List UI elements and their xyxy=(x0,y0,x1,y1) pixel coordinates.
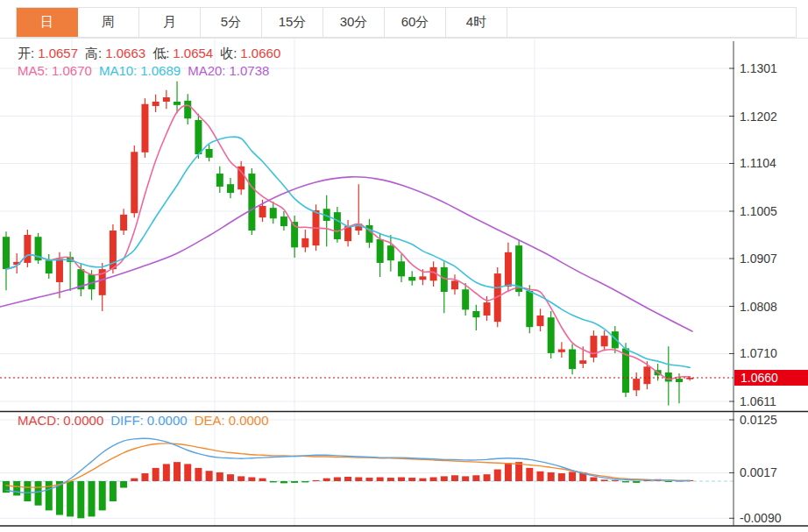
value: 0.0000 xyxy=(147,413,188,428)
label: MA5: xyxy=(18,63,48,78)
ma20-line xyxy=(0,177,692,331)
price-axis-label: 1.1301 xyxy=(740,61,777,75)
value: 1.0663 xyxy=(105,46,145,60)
label: DEA: xyxy=(195,413,225,428)
candle-body xyxy=(152,102,159,106)
candle-body xyxy=(462,289,469,309)
timeframe-tabs: 日周月5分15分30分60分4时 xyxy=(16,7,797,38)
value: 1.0738 xyxy=(230,63,270,78)
macd-bar xyxy=(334,478,341,481)
macd-axis-label: 0.0017 xyxy=(740,465,777,479)
tab-h4[interactable]: 4时 xyxy=(446,8,507,37)
macd-bar xyxy=(387,478,394,481)
macd-bar xyxy=(548,472,555,481)
macd-bar xyxy=(451,475,458,481)
macd-bar xyxy=(237,476,245,481)
ohlc-readout: 开:1.0657高:1.0663低:1.0654收:1.0660 xyxy=(18,46,287,62)
candle-body xyxy=(163,97,170,102)
macd-bar xyxy=(216,472,223,481)
candle-body xyxy=(259,206,266,217)
macd-bar xyxy=(120,481,127,488)
value: 1.0660 xyxy=(240,46,280,60)
candle-body xyxy=(484,302,491,316)
price-axis-label: 1.0907 xyxy=(740,252,777,266)
candle-body xyxy=(280,216,287,226)
macd-bar xyxy=(184,464,191,481)
macd-bar xyxy=(280,481,287,483)
macd-bar xyxy=(313,480,320,481)
macd-bar xyxy=(163,464,170,481)
macd-bar xyxy=(377,478,384,481)
macd-bar xyxy=(323,479,330,481)
macd-bar xyxy=(622,481,629,482)
macd-axis-label: -0.0090 xyxy=(740,511,781,525)
tab-m5[interactable]: 5分 xyxy=(201,8,262,37)
tab-day[interactable]: 日 xyxy=(17,8,78,37)
tab-m60[interactable]: 60分 xyxy=(385,8,446,37)
macd-bar xyxy=(665,481,672,482)
macd-bar xyxy=(259,479,266,481)
diff-line xyxy=(6,438,690,493)
tab-m30[interactable]: 30分 xyxy=(323,8,385,37)
candle-body xyxy=(56,259,63,282)
candle-body xyxy=(195,120,202,154)
ma-ma5: MA5:1.0670 xyxy=(18,63,96,78)
last-price-badge: 1.0660 xyxy=(734,370,808,386)
candle-body xyxy=(676,379,683,382)
candle-body xyxy=(472,311,479,317)
macd-diff: DIFF:0.0000 xyxy=(110,413,190,428)
macd-bar xyxy=(99,481,106,510)
candle-body xyxy=(548,317,555,353)
candle-body xyxy=(601,336,608,346)
tab-month[interactable]: 月 xyxy=(139,8,201,37)
macd-bar xyxy=(89,481,96,516)
label: DIFF: xyxy=(110,413,144,428)
macd-bar xyxy=(526,468,533,481)
candle-body xyxy=(120,215,127,231)
label: MACD: xyxy=(18,413,60,428)
candle-body xyxy=(387,245,394,260)
chart-canvas[interactable] xyxy=(0,0,808,532)
candle-body xyxy=(174,102,181,105)
macd-bar xyxy=(398,478,405,481)
ohlc-close: 收:1.0660 xyxy=(220,46,284,62)
value: 0.0000 xyxy=(63,413,103,428)
candle-body xyxy=(131,152,138,213)
price-axis-label: 1.0808 xyxy=(740,300,777,314)
price-axis-label: 1.1005 xyxy=(740,204,777,218)
macd-bar xyxy=(419,479,426,481)
macd-bar xyxy=(590,478,597,481)
macd-bar xyxy=(110,481,117,501)
candle-body xyxy=(686,378,693,379)
candle-body xyxy=(216,174,223,187)
candle-body xyxy=(46,260,53,273)
candle-body xyxy=(141,104,148,153)
macd-bar xyxy=(494,470,501,481)
candle-body xyxy=(227,184,234,193)
candle-body xyxy=(206,149,213,158)
macd-bar xyxy=(558,473,565,481)
tab-week[interactable]: 周 xyxy=(78,8,139,37)
candle-body xyxy=(334,212,341,239)
macd-bar xyxy=(77,481,84,518)
macd-bar xyxy=(270,481,277,482)
ma-ma10: MA10:1.0689 xyxy=(99,63,184,78)
macd-bar xyxy=(505,463,512,481)
macd-bar xyxy=(430,478,437,481)
candle-body xyxy=(24,235,31,263)
candle-body xyxy=(451,280,458,289)
macd-bar xyxy=(633,481,640,483)
label: 收: xyxy=(220,46,237,60)
tabbar-filler xyxy=(507,8,796,37)
ma-readout: MA5:1.0670MA10:1.0689MA20:1.0738 xyxy=(18,63,276,78)
ohlc-open: 开:1.0657 xyxy=(18,46,82,62)
value: 1.0670 xyxy=(52,63,92,78)
candle-body xyxy=(612,331,619,348)
candle-body xyxy=(505,252,512,287)
candle-body xyxy=(569,350,576,370)
tab-m15[interactable]: 15分 xyxy=(262,8,323,37)
candle-body xyxy=(419,276,426,280)
candle-body xyxy=(184,101,191,118)
macd-bar xyxy=(24,481,31,501)
value: 1.0689 xyxy=(140,63,181,78)
